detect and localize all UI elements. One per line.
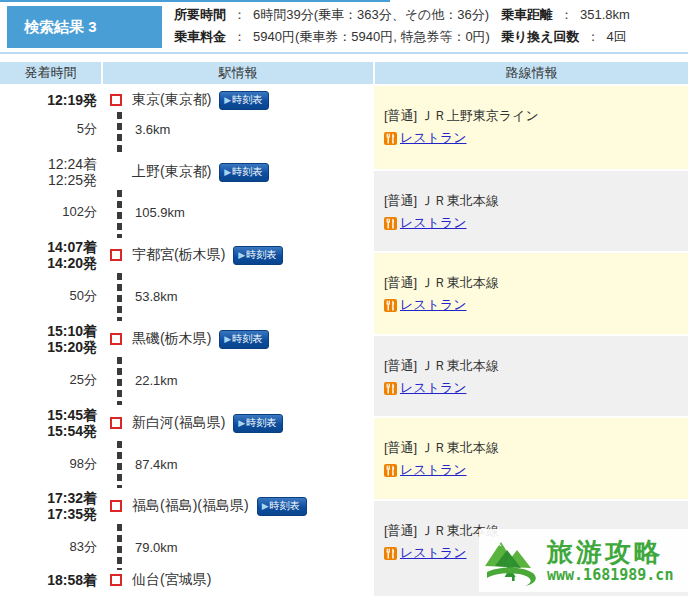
route-segment-info: [普通] ＪＲ東北本線 レストラン [374,418,688,499]
route-segment-info: [普通] ＪＲ東北本線 レストラン [374,336,688,416]
station-name: 黒磯(栃木県) [132,330,211,348]
station-time: 15:10着15:20発 [0,323,97,355]
station-name: 上野(東京都) [132,163,211,181]
arrow-icon: ▶ [224,95,231,105]
station-row: 15:45着15:54発 新白河(福島県) ▶時刻表 [0,407,374,439]
timetable-button[interactable]: ▶時刻表 [219,163,269,182]
duration-value: 6時間39分(乗車：363分、その他：36分) [253,7,489,22]
segment-row: 50分 53.8km [0,287,374,305]
route-segment-info: [普通] ＪＲ上野東京ライン レストラン [374,86,688,169]
segment-row: 102分 105.9km [0,203,374,221]
station-row: 14:07着14:20発 宇都宮(栃木県) ▶時刻表 [0,239,374,271]
station-time: 14:07着14:20発 [0,239,97,271]
restaurant-link[interactable]: レストラン [400,214,467,232]
station-name: 宇都宮(栃木県) [132,246,225,264]
trip-summary: 所要時間：6時間39分(乗車：363分、その他：36分) 乗車距離：351.8k… [174,4,686,50]
restaurant-icon [384,132,397,145]
itinerary-body: [普通] ＪＲ上野東京ライン レストラン [普通] ＪＲ東北本線 レストラン [… [0,86,688,596]
train-line-name: [普通] ＪＲ東北本線 [384,356,680,375]
segment-row: 83分 79.0km [0,538,374,556]
watermark: 旅游攻略 www.1681989.cn [479,529,688,592]
station-row: 12:19発 東京(東京都) ▶時刻表 [0,91,374,109]
segment-duration: 50分 [0,287,97,305]
transfer-marker [110,500,122,512]
route-segment-info: [普通] ＪＲ東北本線 レストラン [374,253,688,334]
route-search-result: 検索結果 3 所要時間：6時間39分(乗車：363分、その他：36分) 乗車距離… [0,0,688,596]
arrow-icon: ▶ [262,501,269,511]
segment-duration: 102分 [0,203,97,221]
segment-distance: 22.1km [135,373,178,388]
restaurant-icon [384,217,397,230]
distance-label: 乗車距離 [501,7,553,22]
station-time: 17:32着17:35発 [0,490,97,522]
timetable-button[interactable]: ▶時刻表 [233,246,283,265]
segment-duration: 83分 [0,538,97,556]
summary-row-1: 所要時間：6時間39分(乗車：363分、その他：36分) 乗車距離：351.8k… [174,4,686,26]
restaurant-icon [384,382,397,395]
segment-row: 25分 22.1km [0,371,374,389]
restaurant-link[interactable]: レストラン [400,461,467,479]
travel-logo-icon [481,532,545,590]
station-time: 18:58着 [0,572,97,588]
fare-value: 5940円(乗車券：5940円, 特急券等：0円) [253,29,490,44]
transfer-marker [110,417,122,429]
station-name: 東京(東京都) [132,91,211,109]
table-header: 発着時間 駅情報 路線情報 [0,62,688,84]
arrow-icon: ▶ [238,250,245,260]
restaurant-icon [384,299,397,312]
restaurant-link[interactable]: レストラン [400,379,467,397]
segment-distance: 87.4km [135,457,178,472]
summary-row-2: 乗車料金：5940円(乗車券：5940円, 特急券等：0円) 乗り換え回数：4回 [174,26,686,48]
restaurant-link[interactable]: レストラン [400,296,467,314]
station-time: 12:19発 [0,92,97,108]
summary-header: 検索結果 3 所要時間：6時間39分(乗車：363分、その他：36分) 乗車距離… [0,0,688,54]
segment-duration: 98分 [0,455,97,473]
segment-distance: 79.0km [135,540,178,555]
arrow-icon: ▶ [224,167,231,177]
train-line-name: [普通] ＪＲ東北本線 [384,273,680,292]
timetable-button[interactable]: ▶時刻表 [233,414,283,433]
segment-distance: 53.8km [135,289,178,304]
transfer-marker [110,94,122,106]
train-line-name: [普通] ＪＲ東北本線 [384,191,680,210]
restaurant-link[interactable]: レストラン [400,544,467,562]
transfer-marker [110,249,122,261]
transfers-value: 4回 [607,29,627,44]
segment-distance: 105.9km [135,205,185,220]
station-row: 12:24着12:25発 上野(東京都) ▶時刻表 [0,156,374,188]
timetable-button[interactable]: ▶時刻表 [257,497,307,516]
transfer-marker [110,333,122,345]
route-segment-info: [普通] ＪＲ東北本線 レストラン [374,171,688,251]
station-time: 12:24着12:25発 [0,156,97,188]
segment-row: 98分 87.4km [0,455,374,473]
header-top-border [0,0,390,2]
station-time: 15:45着15:54発 [0,407,97,439]
station-name: 仙台(宮城県) [132,571,211,589]
station-row: 17:32着17:35発 福島(福島)(福島県) ▶時刻表 [0,490,374,522]
header-divider [0,52,688,54]
transfers-label: 乗り換え回数 [501,29,580,44]
timetable-button[interactable]: ▶時刻表 [219,330,269,349]
segment-duration: 5分 [0,120,97,138]
arrow-icon: ▶ [224,334,231,344]
train-line-name: [普通] ＪＲ東北本線 [384,438,680,457]
column-header-station: 駅情報 [103,62,373,84]
station-row: 18:58着 仙台(宮城県) [0,571,374,589]
station-row: 15:10着15:20発 黒磯(栃木県) ▶時刻表 [0,323,374,355]
station-name: 福島(福島)(福島県) [132,497,249,515]
transfer-marker [110,574,122,586]
segment-distance: 3.6km [135,122,170,137]
restaurant-icon [384,464,397,477]
restaurant-link[interactable]: レストラン [400,129,467,147]
result-number-badge: 検索結果 3 [7,6,162,48]
watermark-text: 旅游攻略 www.1681989.cn [547,538,673,584]
timetable-button[interactable]: ▶時刻表 [219,91,269,110]
duration-label: 所要時間 [174,7,226,22]
fare-label: 乗車料金 [174,29,226,44]
train-line-name: [普通] ＪＲ上野東京ライン [384,106,680,125]
station-name: 新白河(福島県) [132,414,225,432]
watermark-title: 旅游攻略 [547,538,673,566]
segment-duration: 25分 [0,371,97,389]
restaurant-icon [384,547,397,560]
arrow-icon: ▶ [238,418,245,428]
